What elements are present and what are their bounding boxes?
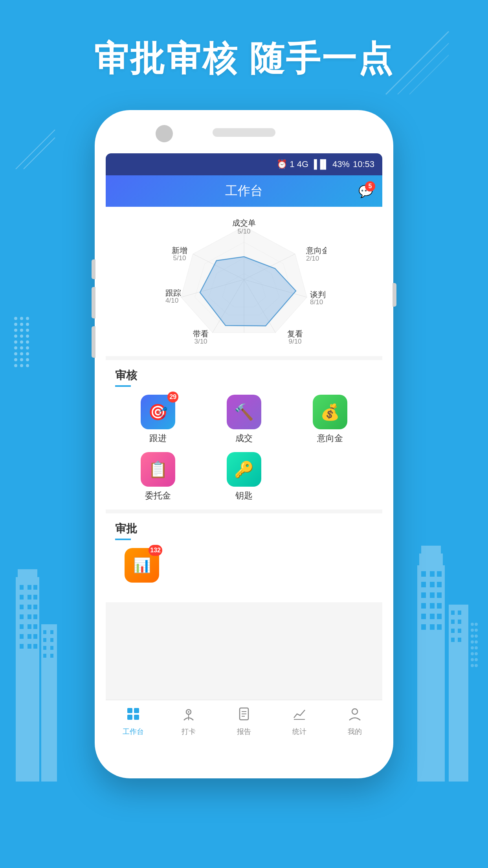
nav-label-baogao: 报告	[237, 727, 251, 736]
nav-item-daka[interactable]: 打卡	[161, 707, 216, 736]
status-time: 10:53	[353, 159, 374, 169]
svg-point-86	[14, 323, 17, 326]
svg-rect-18	[33, 614, 37, 619]
shenhe-item-yaoshi[interactable]: 🔑 钥匙	[201, 452, 287, 502]
nav-label-wode: 我的	[348, 727, 362, 736]
svg-rect-24	[33, 634, 37, 639]
svg-rect-9	[33, 585, 37, 590]
status-icons: ⏰ 1 4G ▐▐▌	[277, 159, 329, 169]
svg-rect-59	[451, 611, 455, 615]
svg-rect-57	[437, 624, 442, 630]
side-button-left-1	[92, 259, 95, 279]
svg-rect-7	[20, 585, 24, 590]
svg-rect-12	[33, 595, 37, 600]
weituojin-icon: 📋	[148, 460, 168, 479]
svg-point-104	[14, 358, 17, 361]
svg-text:谈判: 谈判	[310, 290, 326, 299]
svg-text:新增: 新增	[172, 246, 187, 255]
svg-rect-22	[20, 634, 24, 639]
svg-rect-60	[458, 611, 461, 615]
svg-rect-66	[458, 638, 461, 642]
svg-rect-14	[28, 605, 31, 609]
side-button-left-2	[92, 287, 95, 318]
svg-point-93	[20, 335, 23, 338]
svg-point-79	[471, 658, 474, 661]
shenhe-item-weituojin[interactable]: 📋 委托金	[115, 452, 201, 502]
svg-rect-36	[50, 654, 53, 658]
svg-rect-26	[28, 644, 31, 649]
svg-rect-8	[28, 585, 31, 590]
svg-point-70	[475, 629, 478, 632]
shenhe-item-yixiangjin[interactable]: 💰 意向金	[287, 395, 373, 444]
app-title: 工作台	[225, 182, 263, 200]
svg-rect-27	[33, 644, 37, 649]
nav-icon-daka	[182, 707, 196, 725]
svg-rect-6	[18, 569, 37, 581]
shenhe-icon-grid: 🎯 29 跟进 🔨 成交	[115, 395, 373, 502]
yaoshi-label: 钥匙	[235, 490, 253, 502]
app-header: 工作台 💬 5	[106, 175, 382, 207]
screen-content[interactable]: 成交单 5/10 意向金 2/10 谈判 8/10 复看 9/10	[106, 207, 382, 700]
svg-rect-139	[134, 715, 139, 720]
radar-chart: 成交单 5/10 意向金 2/10 谈判 8/10 复看 9/10	[161, 219, 327, 344]
chengjiao-label: 成交	[235, 432, 253, 444]
message-badge: 5	[365, 181, 375, 191]
yixiangjin-label: 意向金	[317, 432, 343, 444]
svg-rect-45	[437, 582, 442, 587]
nav-item-wode[interactable]: 我的	[327, 707, 382, 736]
svg-rect-34	[50, 646, 53, 650]
svg-point-108	[20, 364, 23, 367]
svg-rect-16	[20, 614, 24, 619]
svg-text:5/10: 5/10	[237, 228, 250, 235]
svg-point-68	[475, 623, 478, 626]
svg-point-81	[471, 664, 474, 667]
nav-item-gongzuotai[interactable]: 工作台	[106, 707, 161, 736]
svg-rect-23	[28, 634, 31, 639]
svg-point-72	[475, 634, 478, 638]
svg-rect-61	[451, 620, 455, 624]
svg-rect-137	[134, 708, 139, 713]
shenpi-item-1[interactable]: 📊 132	[125, 548, 159, 583]
svg-rect-43	[421, 582, 426, 587]
genjin-icon: 🎯	[148, 403, 168, 421]
svg-text:5/10: 5/10	[173, 254, 186, 262]
svg-point-71	[471, 634, 474, 638]
svg-point-147	[352, 709, 358, 714]
message-button[interactable]: 💬 5	[356, 182, 374, 200]
svg-point-101	[14, 352, 17, 355]
svg-rect-136	[127, 708, 132, 713]
svg-rect-40	[421, 571, 426, 577]
svg-rect-29	[43, 630, 46, 634]
svg-point-103	[26, 352, 29, 355]
svg-rect-11	[28, 595, 31, 600]
svg-point-87	[20, 323, 23, 326]
genjin-icon-box: 🎯 29	[141, 395, 175, 429]
radar-container: 成交单 5/10 意向金 2/10 谈判 8/10 复看 9/10	[110, 215, 378, 348]
svg-text:复看: 复看	[287, 329, 303, 338]
svg-point-89	[14, 329, 17, 332]
svg-rect-39	[421, 546, 441, 557]
shenhe-item-genjin[interactable]: 🎯 29 跟进	[115, 395, 201, 444]
svg-rect-10	[20, 595, 24, 600]
svg-point-83	[14, 317, 17, 320]
genjin-label: 跟进	[149, 432, 167, 444]
svg-text:2/10: 2/10	[306, 255, 319, 262]
nav-item-baogao[interactable]: 报告	[216, 707, 272, 736]
nav-item-tongji[interactable]: 统计	[272, 707, 327, 736]
weituojin-icon-box: 📋	[141, 452, 175, 487]
svg-point-107	[14, 364, 17, 367]
svg-point-88	[26, 323, 29, 326]
svg-rect-30	[50, 630, 53, 634]
svg-line-4	[24, 138, 55, 169]
svg-point-109	[26, 364, 29, 367]
svg-rect-55	[421, 624, 426, 630]
phone-screen: ⏰ 1 4G ▐▐▌ 43% 10:53 工作台 💬 5	[106, 153, 382, 743]
nav-icon-baogao	[237, 707, 251, 725]
shenhe-item-chengjiao[interactable]: 🔨 成交	[201, 395, 287, 444]
yixiangjin-icon: 💰	[320, 403, 340, 421]
chengjiao-icon: 🔨	[234, 403, 254, 421]
svg-point-105	[20, 358, 23, 361]
svg-text:9/10: 9/10	[288, 338, 301, 344]
svg-rect-48	[437, 592, 442, 598]
svg-text:意向金: 意向金	[306, 246, 327, 255]
